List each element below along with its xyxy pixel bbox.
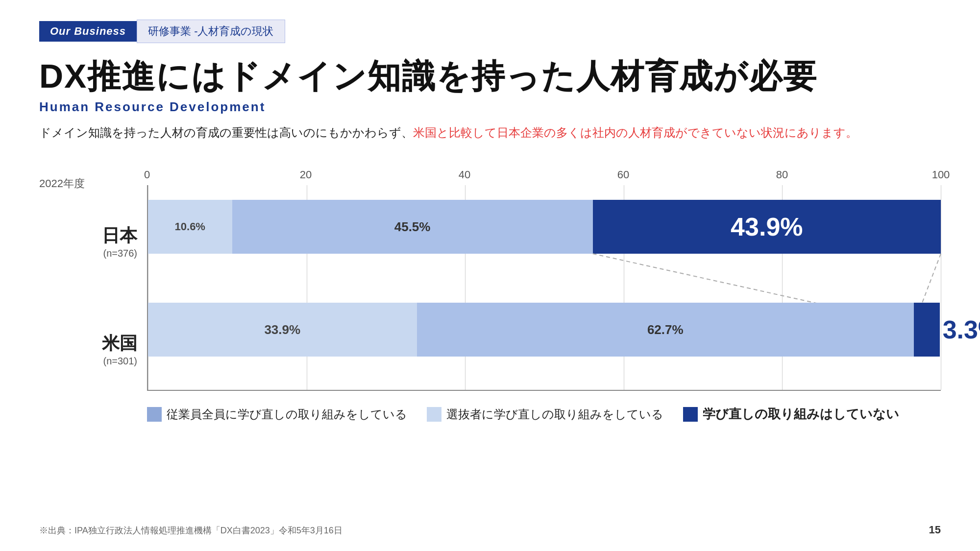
- bar-japan-1: 10.6%: [148, 200, 232, 254]
- chart-area: 2022年度 0 20 40 60 80 100 日本: [39, 162, 941, 423]
- main-title: DX推進にはドメイン知識を持った人材育成が必要: [39, 58, 941, 95]
- legend-label-3: 学び直しの取り組みはしていない: [703, 406, 899, 423]
- y-labels: 日本 (n=376) 米国 (n=301): [39, 185, 147, 391]
- bar-usa-1: 33.9%: [148, 303, 417, 357]
- description: ドメイン知識を持った人材の育成の重要性は高いのにもかかわらず、米国と比較して日本…: [39, 123, 941, 142]
- y-label-japan: 日本 (n=376): [39, 210, 147, 273]
- y-label-usa-sub: (n=301): [103, 356, 138, 367]
- subtitle-en: Human Resource Development: [39, 99, 941, 115]
- y-label-usa-main: 米国: [102, 332, 137, 356]
- x-label-100: 100: [932, 168, 950, 181]
- footer-source: ※出典：IPA独立行政法人情報処理推進機構「DX白書2023」令和5年3月16日: [39, 525, 343, 536]
- legend-box-3: [683, 407, 698, 422]
- y-label-usa: 米国 (n=301): [39, 317, 147, 381]
- header-badges: Our Business 研修事業 -人材育成の現状: [39, 20, 941, 43]
- badge-category: 研修事業 -人材育成の現状: [137, 20, 285, 43]
- x-label-60: 60: [617, 168, 629, 181]
- legend-box-2: [427, 407, 441, 422]
- bar-usa-3: 3.3%: [914, 303, 940, 357]
- legend-label-1: 従業員全員に学び直しの取り組みをしている: [167, 407, 407, 422]
- description-highlight: 米国と比較して日本企業の多くは社内の人材育成ができていない状況にあります。: [413, 126, 858, 139]
- badge-our-business: Our Business: [39, 21, 137, 42]
- bar-row-japan: 10.6% 45.5% 43.9%: [148, 200, 941, 254]
- legend-item-2: 選抜者に学び直しの取り組みをしている: [427, 407, 663, 422]
- legend-item-3: 学び直しの取り組みはしていない: [683, 406, 899, 423]
- legend: 従業員全員に学び直しの取り組みをしている 選抜者に学び直しの取り組みをしている …: [147, 406, 941, 423]
- description-plain: ドメイン知識を持った人材の育成の重要性は高いのにもかかわらず、: [39, 126, 413, 139]
- y-label-japan-main: 日本: [102, 224, 137, 248]
- x-axis-labels: 0 20 40 60 80 100: [147, 162, 941, 181]
- legend-box-1: [147, 407, 162, 422]
- bar-usa-2: 62.7%: [417, 303, 914, 357]
- bar-row-usa: 33.9% 62.7% 3.3%: [148, 303, 941, 357]
- legend-label-2: 選抜者に学び直しの取り組みをしている: [446, 407, 663, 422]
- legend-item-1: 従業員全員に学び直しの取り組みをしている: [147, 407, 407, 422]
- footer: ※出典：IPA独立行政法人情報処理推進機構「DX白書2023」令和5年3月16日…: [39, 524, 941, 536]
- bar-japan-3: 43.9%: [593, 200, 941, 254]
- chart-body: 日本 (n=376) 米国 (n=301): [39, 185, 941, 391]
- x-label-20: 20: [300, 168, 312, 181]
- axis-row: 2022年度 0 20 40 60 80 100: [39, 162, 941, 181]
- x-label-0: 0: [144, 168, 150, 181]
- bar-usa-3-label: 3.3%: [943, 315, 980, 344]
- bar-japan-2: 45.5%: [232, 200, 593, 254]
- x-label-80: 80: [776, 168, 788, 181]
- footer-page: 15: [929, 524, 941, 536]
- x-label-40: 40: [459, 168, 470, 181]
- grid-100: [941, 185, 941, 390]
- chart-grid: 10.6% 45.5% 43.9%: [147, 185, 941, 391]
- y-label-japan-sub: (n=376): [103, 248, 138, 259]
